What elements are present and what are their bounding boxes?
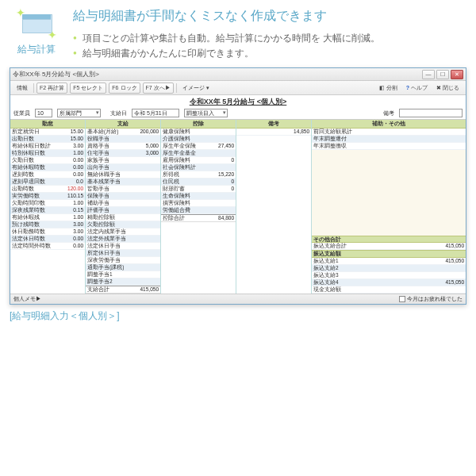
pay-date-label: 支給日: [110, 109, 127, 117]
data-row[interactable]: 法定休日手当: [86, 243, 160, 250]
recalc-button[interactable]: F2 再計算: [36, 83, 67, 94]
col-header-attendance: 勤怠: [10, 120, 85, 128]
data-row[interactable]: 有給休暇残1.00: [10, 214, 85, 221]
data-row[interactable]: 実労働時数110.15: [10, 193, 85, 200]
col-header-deduction: 控除: [161, 120, 236, 128]
window-title: 令和XX年 5月分給与 <個人別>: [13, 70, 99, 79]
data-row[interactable]: 14,850: [236, 129, 311, 136]
payroll-grid: 勤怠 所定就労日15.00出勤日数15.00有給休暇日数計3.00特別休暇日数1…: [10, 120, 466, 293]
data-row[interactable]: 振込支給4415,050: [312, 279, 466, 286]
data-row[interactable]: 欠勤控除額: [86, 221, 160, 228]
col-header-other: 補助・その他: [312, 120, 466, 128]
controls-row: 従業員 10 所属部門 支給日 令和 5月31日 調整項目入 備考: [10, 108, 466, 120]
help-button[interactable]: ? ヘルプ: [403, 83, 431, 94]
data-row[interactable]: 社会保険料計: [161, 164, 236, 171]
data-row[interactable]: 法定時間外時数0.00: [10, 243, 85, 250]
data-row[interactable]: 休日勤務時数3.00: [10, 228, 85, 236]
data-row[interactable]: 深夜残業時数0.15: [10, 207, 85, 214]
other-total-header: その他合計: [312, 236, 466, 243]
data-row[interactable]: 振込支給3: [312, 272, 466, 279]
data-row[interactable]: 前回支給額累計: [312, 129, 466, 136]
data-row[interactable]: 保険手当: [86, 193, 160, 200]
calc-select[interactable]: 調整項目入: [184, 109, 228, 117]
data-row[interactable]: 欠勤日数0.00: [10, 157, 85, 164]
image-button[interactable]: イメージ ▾: [179, 83, 213, 94]
toolbar: 情報 F2 再計算 F5 セレクト F6 ロック F7 次へ▶ イメージ ▾ ◧…: [10, 81, 466, 95]
status-checkbox[interactable]: [399, 296, 405, 302]
maximize-button[interactable]: ☐: [436, 70, 449, 79]
data-row[interactable]: 調整手当1: [86, 271, 160, 278]
emp-code-input[interactable]: 10: [35, 109, 52, 117]
data-row[interactable]: 住宅手当3,000: [86, 150, 160, 157]
data-row[interactable]: 基本給(月給)200,000: [86, 129, 160, 136]
data-row[interactable]: 年末調整徴収: [312, 143, 466, 150]
titlebar: 令和XX年 5月分給与 <個人別> — ☐ ✕: [10, 68, 466, 81]
data-row[interactable]: 預け残時数3.00: [10, 221, 85, 228]
status-checkbox-label: 今月はお疲れ様でした: [407, 296, 463, 301]
memo-toggle[interactable]: 個人メモ▶: [13, 296, 41, 301]
data-row[interactable]: 補助手当: [86, 200, 160, 207]
data-row[interactable]: 出勤日数15.00: [10, 136, 85, 143]
data-row[interactable]: 労働組合費: [161, 207, 236, 214]
deduction-total-row: 控除合計 84,800: [161, 215, 236, 222]
data-row[interactable]: 所得税15,220: [161, 171, 236, 178]
data-row[interactable]: 調整手当2: [86, 278, 160, 286]
transfer-header: 振込支給額: [312, 250, 466, 257]
data-row[interactable]: 無給休職手当: [86, 171, 160, 178]
data-row[interactable]: 所定休日手当: [86, 250, 160, 257]
data-row[interactable]: 有給休暇時数0.00: [10, 164, 85, 171]
data-row[interactable]: 損害保険料: [161, 200, 236, 207]
info-button[interactable]: 情報: [13, 83, 31, 94]
data-row[interactable]: 欠勤時間印数1.00: [10, 200, 85, 207]
data-row[interactable]: 深夜労働手当: [86, 257, 160, 264]
data-row[interactable]: 雇用保険料0: [161, 157, 236, 164]
data-row[interactable]: 法定内残業手当: [86, 228, 160, 236]
lock-button[interactable]: F6 ロック: [109, 83, 140, 94]
data-row[interactable]: 有給休暇日数計3.00: [10, 143, 85, 150]
emp-code-label: 従業員: [13, 109, 30, 117]
memo-input[interactable]: [399, 109, 463, 117]
data-row[interactable]: 振込支給合計415,050: [312, 243, 466, 250]
status-bar: 個人メモ▶ 今月はお疲れ様でした: [10, 294, 466, 304]
split-button[interactable]: ◧ 分割: [376, 83, 401, 94]
data-row[interactable]: 出向手当: [86, 164, 160, 171]
data-row[interactable]: 評価手当: [86, 207, 160, 214]
data-row[interactable]: 遅刻時数0.00: [10, 171, 85, 178]
data-row[interactable]: 生命保険料: [161, 193, 236, 200]
data-row[interactable]: 振込支給1415,050: [312, 258, 466, 265]
col-header-remarks: 備考: [236, 120, 311, 128]
data-row[interactable]: 現金支給額: [312, 286, 466, 294]
next-button[interactable]: F7 次へ▶: [143, 83, 174, 94]
data-row[interactable]: 出勤時数120.00: [10, 186, 85, 193]
data-row[interactable]: 皆勤手当: [86, 186, 160, 193]
hero-bullet: 項目ごとの計算や集計も自動。給与計算にかかる時間を 大幅に削減。: [73, 31, 380, 46]
data-row[interactable]: 年末調整還付: [312, 136, 466, 143]
minimize-button[interactable]: —: [422, 70, 435, 79]
pay-date-input[interactable]: 令和 5月31日: [132, 109, 179, 117]
data-row[interactable]: 健康保険料: [161, 129, 236, 136]
data-row[interactable]: 振込支給2: [312, 265, 466, 272]
data-row[interactable]: 厚生年金保険27,450: [161, 143, 236, 150]
data-row[interactable]: 所定就労日15.00: [10, 129, 85, 136]
data-row[interactable]: 特別休暇日数1.00: [10, 150, 85, 157]
data-row[interactable]: 役職手当: [86, 136, 160, 143]
app-window: 令和XX年 5月分給与 <個人別> — ☐ ✕ 情報 F2 再計算 F5 セレク…: [10, 67, 466, 304]
data-row[interactable]: 厚生年金基金: [161, 150, 236, 157]
data-row[interactable]: 住民税0: [161, 178, 236, 186]
data-row[interactable]: 遅刻早退回数0.0: [10, 178, 85, 186]
data-row[interactable]: 介護保険料: [161, 136, 236, 143]
hero-icon-label: 給与計算: [10, 43, 63, 56]
data-row[interactable]: 家族手当: [86, 157, 160, 164]
data-row[interactable]: 財形貯蓄0: [161, 186, 236, 193]
select-button[interactable]: F5 セレクト: [70, 83, 106, 94]
payroll-app-icon: ✦✦: [17, 8, 56, 40]
data-row[interactable]: 法定休日時数0.00: [10, 236, 85, 243]
window-close-button[interactable]: ✕: [451, 70, 463, 79]
data-row[interactable]: 通勤手当(課税): [86, 264, 160, 271]
data-row[interactable]: 法定外残業手当: [86, 236, 160, 243]
data-row[interactable]: 資格手当5,000: [86, 143, 160, 150]
data-row[interactable]: 精勤控除額: [86, 214, 160, 221]
data-row[interactable]: 基本残業手当: [86, 178, 160, 186]
emp-dept-select[interactable]: 所属部門: [57, 109, 101, 117]
close-button[interactable]: ✖ 閉じる: [433, 83, 463, 94]
